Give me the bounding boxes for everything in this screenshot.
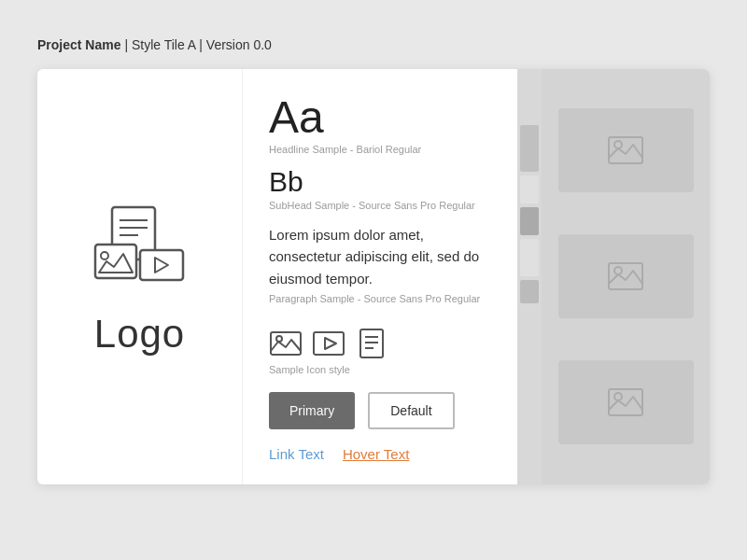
center-panel: Aa Headline Sample - Bariol Regular Bb S… bbox=[243, 69, 517, 484]
left-panel: Logo bbox=[37, 69, 243, 484]
design-icons-svg bbox=[84, 196, 196, 289]
icon-group bbox=[84, 196, 196, 293]
project-name: Project Name bbox=[37, 37, 120, 52]
svg-point-17 bbox=[614, 141, 622, 148]
default-button[interactable]: Default bbox=[368, 392, 454, 429]
color-swatch-strip bbox=[517, 69, 542, 484]
svg-rect-10 bbox=[314, 332, 344, 355]
document-icon bbox=[355, 327, 388, 360]
paragraph-label: Paragraph Sample - Source Sans Pro Regul… bbox=[269, 293, 491, 304]
placeholder-icon-2 bbox=[607, 258, 644, 295]
svg-rect-8 bbox=[271, 332, 301, 355]
icon-label: Sample Icon style bbox=[269, 364, 491, 375]
right-panel bbox=[542, 69, 710, 484]
sample-icons bbox=[269, 327, 491, 360]
page-header: Project Name | Style Tile A | Version 0.… bbox=[37, 37, 272, 52]
placeholder-icon-3 bbox=[607, 384, 644, 421]
image-placeholder-1 bbox=[558, 108, 694, 192]
header-separator: | bbox=[124, 37, 132, 52]
swatch-block-1 bbox=[520, 125, 539, 172]
headline-sample: Aa bbox=[269, 95, 491, 140]
headline-label: Headline Sample - Bariol Regular bbox=[269, 144, 491, 155]
svg-marker-11 bbox=[325, 338, 336, 349]
header-separator2: | bbox=[199, 37, 206, 52]
swatch-block-2 bbox=[520, 175, 539, 203]
swatch-block-3 bbox=[520, 207, 539, 235]
svg-rect-6 bbox=[140, 250, 183, 280]
primary-button[interactable]: Primary bbox=[269, 392, 355, 429]
swatch-block-4 bbox=[520, 239, 539, 276]
style-name: Style Tile A bbox=[132, 37, 195, 52]
placeholder-icon-1 bbox=[607, 132, 644, 169]
image-placeholder-2 bbox=[558, 234, 694, 318]
svg-point-21 bbox=[614, 393, 622, 400]
hover-text[interactable]: Hover Text bbox=[343, 446, 409, 462]
style-tile-card: Logo Aa Headline Sample - Bariol Regular… bbox=[37, 69, 710, 484]
version-label: Version 0.0 bbox=[206, 37, 272, 52]
svg-point-19 bbox=[614, 267, 622, 274]
link-text[interactable]: Link Text bbox=[269, 446, 324, 462]
paragraph-sample: Lorem ipsum dolor amet, consectetur adip… bbox=[269, 224, 491, 289]
logo-text: Logo bbox=[94, 312, 185, 357]
link-row: Link Text Hover Text bbox=[269, 446, 491, 462]
subhead-sample: Bb bbox=[269, 168, 491, 196]
button-row: Primary Default bbox=[269, 392, 491, 429]
image-icon bbox=[269, 327, 303, 360]
swatch-block-5 bbox=[520, 280, 539, 303]
subhead-label: SubHead Sample - Source Sans Pro Regular bbox=[269, 200, 491, 211]
svg-point-9 bbox=[276, 336, 282, 342]
video-icon bbox=[312, 327, 345, 360]
image-placeholder-3 bbox=[558, 360, 694, 444]
